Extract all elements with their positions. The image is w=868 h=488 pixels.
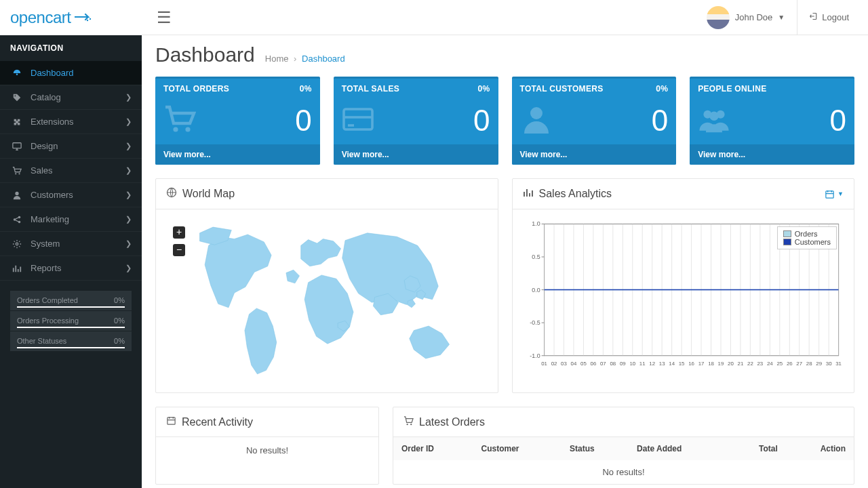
- chevron-right-icon: ❯: [125, 264, 132, 272]
- svg-point-1: [87, 19, 88, 20]
- col-status: Status: [561, 437, 629, 460]
- recent-activity-title: Recent Activity: [182, 416, 253, 428]
- stat-bar: [17, 327, 125, 328]
- cart-icon: [10, 166, 24, 176]
- sidebar-item-system[interactable]: System❯: [0, 232, 142, 256]
- logout-button[interactable]: Logout: [797, 0, 861, 35]
- svg-text:06: 06: [590, 361, 596, 367]
- svg-text:27: 27: [796, 361, 802, 367]
- tile-more-link[interactable]: View more...: [155, 144, 320, 165]
- svg-text:22: 22: [747, 361, 753, 367]
- sidebar-item-reports[interactable]: Reports❯: [0, 256, 142, 281]
- svg-point-7: [15, 191, 18, 195]
- svg-point-3: [15, 95, 16, 96]
- svg-text:07: 07: [599, 361, 606, 367]
- sidebar-item-design[interactable]: Design❯: [0, 134, 142, 159]
- world-map-header: World Map: [156, 179, 498, 209]
- world-map-panel: World Map + −: [155, 178, 498, 393]
- calendar-icon: [825, 189, 835, 199]
- brand-logo[interactable]: opencart: [10, 8, 92, 27]
- svg-point-9: [18, 216, 21, 218]
- svg-text:28: 28: [806, 361, 812, 367]
- tile-title: PEOPLE ONLINE: [698, 84, 766, 94]
- legend-item-orders: Orders: [783, 230, 831, 238]
- svg-text:18: 18: [708, 361, 714, 367]
- sidebar-item-customers[interactable]: Customers❯: [0, 183, 142, 207]
- tile-pct: 0%: [656, 84, 668, 94]
- sidebar-item-marketing[interactable]: Marketing❯: [0, 207, 142, 232]
- chevron-right-icon: ❯: [125, 117, 132, 126]
- chevron-right-icon: ❯: [125, 93, 132, 102]
- cart-icon: [163, 103, 196, 138]
- svg-text:21: 21: [737, 361, 743, 367]
- topbar: ☰ John Doe ▼ Logout: [142, 0, 868, 35]
- sidebar-item-catalog[interactable]: Catalog❯: [0, 85, 142, 110]
- svg-text:30: 30: [825, 361, 831, 367]
- tile-more-link[interactable]: View more...: [512, 144, 677, 165]
- users-icon: [698, 103, 730, 138]
- chart-container: 0102030405060708091011121314151617181920…: [523, 220, 844, 369]
- svg-point-10: [18, 220, 21, 223]
- sidebar-item-extensions[interactable]: Extensions❯: [0, 110, 142, 134]
- breadcrumb-current[interactable]: Dashboard: [302, 54, 345, 64]
- svg-text:04: 04: [570, 361, 576, 367]
- legend-label-customers: Customers: [795, 238, 831, 246]
- logout-label: Logout: [822, 12, 849, 22]
- svg-point-18: [710, 111, 719, 120]
- world-map: [166, 220, 488, 382]
- map-container[interactable]: + −: [166, 220, 488, 382]
- sidebar-item-label: Dashboard: [31, 68, 74, 78]
- stat-row: Orders Processing0%: [10, 311, 132, 331]
- topbar-right: John Doe ▼ Logout: [694, 0, 861, 35]
- calendar-filter[interactable]: ▼: [825, 189, 844, 199]
- chevron-right-icon: ❯: [125, 190, 132, 199]
- stat-label: Orders Completed: [17, 296, 78, 304]
- sidebar-item-dashboard[interactable]: Dashboard: [0, 61, 142, 85]
- sidebar-item-label: Customers: [31, 190, 73, 200]
- stat-tile-total-sales: TOTAL SALES0% 0 View more...: [334, 77, 498, 165]
- recent-activity-empty: No results!: [156, 437, 378, 464]
- share-icon: [10, 215, 24, 224]
- user-menu[interactable]: John Doe ▼: [694, 0, 798, 35]
- svg-text:19: 19: [717, 361, 724, 367]
- svg-text:1.0: 1.0: [532, 220, 540, 227]
- svg-text:31: 31: [835, 361, 842, 367]
- stat-tile-total-customers: TOTAL CUSTOMERS0% 0 View more...: [512, 77, 677, 165]
- sales-analytics-title: Sales Analytics: [539, 188, 612, 200]
- svg-text:11: 11: [639, 361, 645, 367]
- sidebar-item-label: Design: [31, 141, 58, 151]
- breadcrumb-home[interactable]: Home: [265, 54, 289, 64]
- col-total: Total: [728, 437, 786, 460]
- svg-rect-20: [826, 190, 833, 197]
- zoom-out-button[interactable]: −: [173, 244, 185, 256]
- svg-text:09: 09: [619, 361, 625, 367]
- chevron-right-icon: ❯: [125, 215, 132, 224]
- tile-body: 0: [512, 99, 677, 144]
- svg-text:17: 17: [698, 361, 704, 367]
- svg-text:25: 25: [776, 361, 783, 367]
- svg-point-11: [16, 243, 18, 245]
- stat-label: Other Statuses: [17, 337, 66, 345]
- menu-toggle-icon[interactable]: ☰: [149, 8, 180, 27]
- tile-pct: 0%: [300, 84, 312, 94]
- svg-text:02: 02: [551, 361, 557, 367]
- sidebar-item-label: Reports: [31, 263, 62, 273]
- sidebar-item-sales[interactable]: Sales❯: [0, 159, 142, 183]
- zoom-in-button[interactable]: +: [173, 226, 185, 239]
- tile-more-link[interactable]: View more...: [334, 144, 498, 165]
- svg-text:24: 24: [766, 361, 772, 367]
- svg-point-95: [407, 424, 408, 425]
- svg-text:08: 08: [610, 361, 616, 367]
- panels-row: World Map + −: [155, 178, 854, 393]
- stat-pct: 0%: [114, 317, 125, 325]
- chart-icon: [10, 264, 24, 273]
- puzzle-icon: [10, 117, 24, 127]
- stat-pct: 0%: [114, 337, 125, 345]
- col-action: Action: [786, 437, 854, 460]
- tile-more-link[interactable]: View more...: [690, 144, 854, 165]
- sidebar-item-label: Sales: [31, 165, 53, 176]
- svg-point-2: [16, 73, 18, 75]
- calendar-icon: [166, 415, 176, 428]
- svg-text:16: 16: [688, 361, 694, 367]
- stat-tile-total-orders: TOTAL ORDERS0% 0 View more...: [155, 77, 320, 165]
